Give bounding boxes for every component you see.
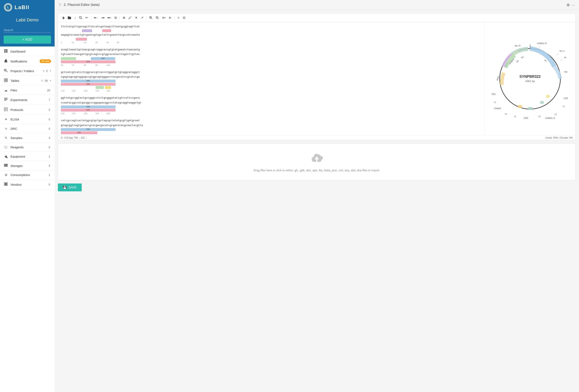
tables-chevron-icon[interactable]: ▾: [50, 79, 51, 82]
annotation-pink-1b[interactable]: [76, 38, 87, 41]
add-annotation-button[interactable]: ⊕: [121, 15, 127, 20]
experiments-icon: [4, 98, 8, 102]
reagents-icon: ⬡: [4, 145, 8, 149]
add-button[interactable]: + ADD: [4, 36, 51, 44]
sidebar-item-dashboard[interactable]: Dashboard: [0, 47, 55, 56]
svg-rect-48: [528, 107, 532, 110]
editor-panel: ◑ ↓ ✏ +: [58, 13, 576, 140]
toggle-button[interactable]: ◑: [61, 15, 66, 20]
logo-text: LaBII: [14, 4, 30, 10]
annotation-blue-4[interactable]: tet: [61, 106, 116, 108]
sep4: [175, 16, 175, 20]
folder-button[interactable]: [67, 16, 72, 20]
protocols-count: 2: [49, 108, 50, 111]
sidebar-item-protocols[interactable]: Protocols 2: [0, 105, 55, 115]
svg-rect-29: [5, 184, 6, 185]
experiments-label: Experiments: [10, 98, 46, 102]
svg-text:+1: +1: [494, 101, 496, 104]
sidebar-item-files[interactable]: ☁ Files 20: [0, 86, 55, 95]
zoom-status: Linear: 50%, Circular: 0%: [545, 136, 573, 139]
projects-refresh-icon[interactable]: ↻: [43, 69, 45, 72]
vendors-icon: [4, 182, 8, 187]
zoom-out-button[interactable]: [154, 15, 160, 20]
svg-line-32: [81, 18, 82, 19]
svg-rect-28: [6, 183, 7, 184]
insert-after-button[interactable]: +: [93, 16, 99, 20]
svg-text:0/52: 0/52: [492, 93, 496, 95]
annotation-green-3[interactable]: [96, 86, 104, 89]
annotation-blue-2[interactable]: tet: [91, 57, 115, 60]
svg-rect-17: [4, 100, 6, 101]
delete-button[interactable]: ✕: [106, 16, 112, 20]
annotation-pink-4[interactable]: tet: [61, 109, 116, 112]
projects-count: 2: [46, 69, 48, 72]
tables-refresh-icon[interactable]: ↻: [41, 79, 43, 82]
font-increase-button[interactable]: A+: [161, 15, 167, 20]
projects-chevron-icon[interactable]: ▾: [50, 69, 51, 72]
sidebar-item-storages[interactable]: Storages 3: [0, 161, 55, 170]
elisa-icon: ✦: [4, 117, 8, 121]
more-options-button[interactable]: ···: [572, 2, 575, 7]
svg-rect-4: [4, 51, 6, 53]
upload-icon: [310, 152, 324, 166]
annotation-purple-1[interactable]: [82, 29, 92, 32]
sequence-area[interactable]: ttctcatgtttgacagcttatcatcgataagctttaatgc…: [58, 22, 485, 135]
sidebar-item-tables[interactable]: Tables ↻ 34 ▾: [0, 76, 55, 86]
sidebar-item-notifications[interactable]: Notifications 10 new: [0, 56, 55, 66]
search-button[interactable]: [78, 15, 83, 20]
storages-count: 3: [49, 164, 50, 167]
sequence-block-1: ttctcatgtttgacagcttatcatcgataagctttaatgc…: [61, 24, 482, 45]
equals-button[interactable]: =: [176, 15, 181, 20]
annotation-pink-2[interactable]: tet: [61, 60, 116, 63]
svg-line-40: [151, 18, 152, 19]
sidebar-item-projects[interactable]: Projects / Folders ↻ 2 ▾: [0, 66, 55, 76]
pen-button[interactable]: 🖊: [127, 15, 133, 20]
download-button[interactable]: ↓: [73, 15, 77, 20]
svg-line-61: [560, 59, 563, 60]
svg-text:✕: ✕: [110, 17, 111, 19]
sidebar-item-reagents[interactable]: ⬡ Reagents 0: [0, 143, 55, 152]
tables-actions: ↻ 34 ▾: [41, 79, 51, 82]
sidebar-item-drc[interactable]: ∿ DRC 0: [0, 124, 55, 133]
annotation-pink-5[interactable]: tet: [61, 131, 97, 134]
annotation-green-2[interactable]: [61, 57, 76, 60]
ruler-button[interactable]: ⊟: [181, 15, 187, 20]
sidebar-item-equipment[interactable]: 🔌 Equipment 1: [0, 152, 55, 161]
zoom-in-button[interactable]: [148, 15, 154, 20]
sidebar-item-vendors[interactable]: Vendors 0: [0, 180, 55, 190]
annotation-blue-5[interactable]: tet: [61, 128, 116, 131]
annotation-yellow-3[interactable]: [105, 86, 111, 89]
svg-text:4361 bp: 4361 bp: [525, 80, 535, 83]
upload-area[interactable]: Drag files here or click to select .gb, …: [58, 143, 576, 180]
edit-button[interactable]: ✏: [84, 15, 89, 20]
clear-button[interactable]: ✕: [134, 15, 139, 20]
svg-text:+1: +1: [562, 105, 565, 108]
svg-text:Untitled,+8: Untitled,+8: [537, 42, 547, 45]
add-circle-button[interactable]: ⊕: [567, 2, 570, 7]
sidebar-item-consumptions[interactable]: ⊛ Consumptions 1: [0, 170, 55, 180]
circular-plasmid-area: SYNPBR322 4361 bp bla,+9 Untitled,+8 tet…: [485, 22, 576, 135]
notifications-label: Notifications: [10, 59, 37, 63]
sidebar-item-samples[interactable]: ✎ Samples 3: [0, 133, 55, 143]
annotation-blue-3[interactable]: tet: [61, 80, 116, 82]
insert-before-button[interactable]: +: [100, 16, 106, 20]
save-button[interactable]: 💾 SAVE: [58, 183, 82, 191]
drag-handle-icon[interactable]: ⠿: [59, 3, 61, 7]
elisa-count: 0: [49, 118, 50, 121]
equipment-label: Equipment: [10, 155, 46, 158]
svg-rect-37: [108, 17, 110, 18]
sidebar-item-experiments[interactable]: Experiments 7: [0, 95, 55, 105]
pointer-button[interactable]: ↗: [140, 15, 145, 20]
search-input[interactable]: [4, 27, 51, 33]
svg-text:tet: tet: [564, 56, 566, 58]
copy-button[interactable]: ⧉: [113, 15, 118, 20]
svg-text:+: +: [101, 17, 102, 19]
sidebar-item-elisa[interactable]: ✦ ELISA 0: [0, 115, 55, 124]
font-decrease-button[interactable]: A-: [168, 15, 173, 20]
svg-rect-15: [4, 99, 7, 99]
annotation-pink-1[interactable]: [102, 29, 111, 32]
files-icon: ☁: [4, 88, 8, 92]
annotation-pink-3[interactable]: tet: [61, 83, 116, 86]
tables-count: 34: [45, 79, 48, 82]
drc-count: 0: [49, 127, 50, 130]
